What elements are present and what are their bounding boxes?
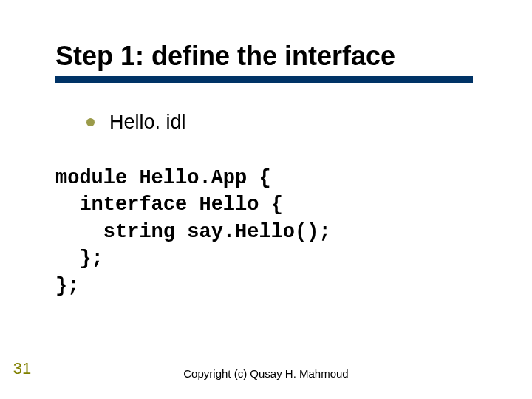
footer-text: Copyright (c) Qusay H. Mahmoud — [0, 367, 532, 380]
slide: Step 1: define the interface Hello. idl … — [0, 0, 532, 399]
slide-title: Step 1: define the interface — [55, 41, 477, 72]
code-block: module Hello.App { interface Hello { str… — [55, 165, 477, 299]
title-underline — [55, 76, 473, 83]
bullet-item: Hello. idl — [86, 111, 477, 134]
bullet-text: Hello. idl — [109, 111, 186, 134]
bullet-icon — [86, 118, 95, 126]
